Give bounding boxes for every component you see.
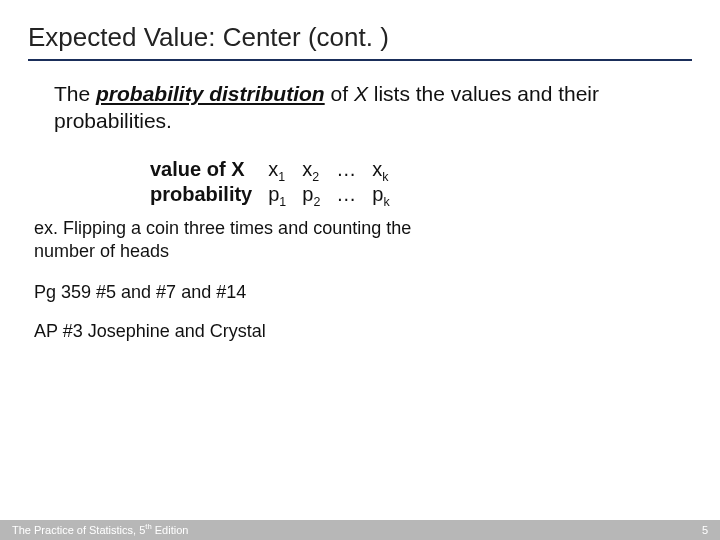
footer-page-number: 5 (702, 524, 708, 536)
footer-book-title: The Practice of Statistics, 5th Edition (12, 524, 188, 536)
cell-dots-top: … (330, 157, 366, 182)
intro-probability-distribution: probability distribution (96, 82, 325, 105)
cell-dots-bottom: … (330, 182, 366, 207)
intro-x-variable: X (354, 82, 368, 105)
footer-title-b: Edition (152, 524, 189, 536)
table-row: probability p1 p2 … pk (144, 182, 400, 207)
cell-pk-base: p (372, 183, 383, 205)
row-label-value: value of X (144, 157, 262, 182)
cell-x2-sub: 2 (312, 170, 319, 184)
cell-xk: xk (366, 157, 399, 182)
cell-x1-base: x (268, 158, 278, 180)
intro-mid: of (325, 82, 354, 105)
cell-p1-sub: 1 (279, 195, 286, 209)
cell-pk: pk (366, 182, 399, 207)
distribution-table: value of X x1 x2 … xk probability p1 p2 … (144, 157, 400, 207)
intro-text: The probability distribution of X lists … (54, 81, 666, 135)
cell-p1-base: p (268, 183, 279, 205)
intro-before: The (54, 82, 96, 105)
slide-title: Expected Value: Center (cont. ) (28, 22, 692, 61)
cell-p2: p2 (296, 182, 330, 207)
cell-p2-sub: 2 (313, 195, 320, 209)
cell-xk-base: x (372, 158, 382, 180)
cell-p1: p1 (262, 182, 296, 207)
cell-x1-sub: 1 (278, 170, 285, 184)
cell-x2-base: x (302, 158, 312, 180)
ap-reference: AP #3 Josephine and Crystal (34, 321, 666, 342)
cell-p2-base: p (302, 183, 313, 205)
row-label-probability: probability (144, 182, 262, 207)
footer-title-a: The Practice of Statistics, 5 (12, 524, 145, 536)
table-row: value of X x1 x2 … xk (144, 157, 400, 182)
slide-footer: The Practice of Statistics, 5th Edition … (0, 520, 720, 540)
page-reference: Pg 359 #5 and #7 and #14 (34, 282, 666, 303)
cell-x2: x2 (296, 157, 330, 182)
example-text: ex. Flipping a coin three times and coun… (34, 217, 474, 264)
cell-pk-sub: k (383, 195, 389, 209)
cell-x1: x1 (262, 157, 296, 182)
cell-xk-sub: k (382, 170, 388, 184)
